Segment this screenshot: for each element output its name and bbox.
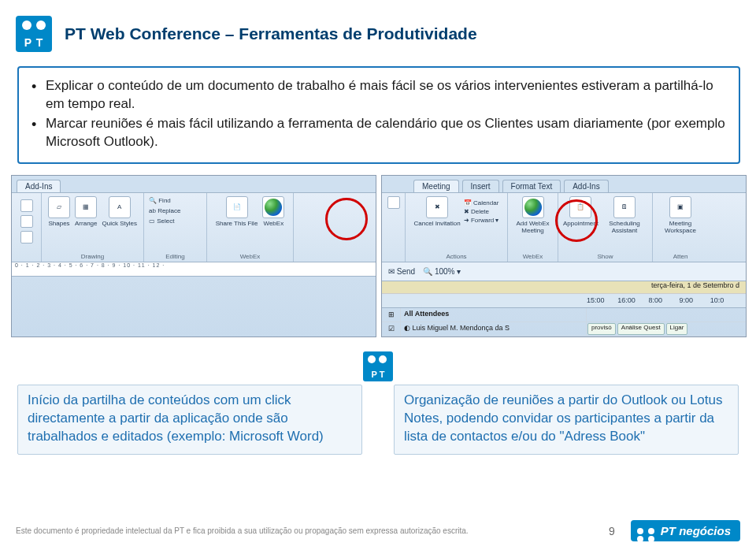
appointment-button: 📋Appointment xyxy=(563,196,598,234)
tab-meeting: Meeting xyxy=(413,180,459,192)
webex-globe-icon xyxy=(262,196,284,218)
select-item: ▭ Select xyxy=(149,217,174,225)
send-button: ✉ Send xyxy=(388,267,415,276)
attendee-row: ☑ ◐ Luis Miguel M. Mendonça da S provisó… xyxy=(382,322,746,336)
quickstyles-icon: A xyxy=(109,196,131,218)
cancel-icon: ✖ xyxy=(426,196,448,218)
cancel-invitation-button: ✖Cancel Invitation xyxy=(414,196,461,227)
webex-button: WebEx xyxy=(262,196,284,227)
pt-negocios-logo: PT negócios xyxy=(631,520,740,541)
quickstyles-button: AQuick Styles xyxy=(102,196,137,227)
webex-globe-icon xyxy=(522,196,544,218)
generic-icon xyxy=(20,231,33,244)
page-title: PT Web Conference – Ferramentas de Produ… xyxy=(65,24,477,43)
info-box: Explicar o conteúdo de um documento de t… xyxy=(17,66,740,164)
group-label: Editing xyxy=(165,253,184,260)
add-webex-button: Add WebEx Meeting xyxy=(513,196,553,234)
group-label: Actions xyxy=(446,253,466,260)
paste-icon xyxy=(387,196,400,209)
group-label: WebEx xyxy=(523,253,543,260)
time-row: 15:00 16:00 8:00 9:00 10:0 xyxy=(382,294,746,308)
chip: Análise Quest xyxy=(617,323,665,335)
send-bar: ✉ Send 🔍 100% ▾ xyxy=(382,262,746,281)
callout-right: Organização de reuniões a partir do Outl… xyxy=(394,385,739,455)
chip: Ligar xyxy=(666,323,688,335)
outlook-ribbon: ✖Cancel Invitation 📅 Calendar ✖ Delete ➜… xyxy=(382,193,746,262)
generic-icon xyxy=(20,199,33,212)
tab-insert: Insert xyxy=(462,180,499,192)
tab-addins: Add-Ins xyxy=(17,180,61,192)
footer-disclaimer: Este documento é propriedade intelectual… xyxy=(16,526,469,535)
shapes-button: ▱Shapes xyxy=(48,196,70,227)
group-label: Show xyxy=(597,253,613,260)
arrange-button: ▦Arrange xyxy=(75,196,97,227)
scheduling-icon: 🗓 xyxy=(613,196,636,218)
delete-item: ✖ Delete xyxy=(464,208,499,215)
shapes-icon: ▱ xyxy=(48,196,70,218)
info-bullet: Explicar o conteúdo de um documento de t… xyxy=(32,77,726,113)
appointment-icon: 📋 xyxy=(569,196,591,218)
pt-mini-logo-icon xyxy=(363,351,393,381)
footer: Este documento é propriedade intelectual… xyxy=(16,520,740,541)
group-label: Drawing xyxy=(81,253,104,260)
outlook-tabs: Meeting Insert Format Text Add-Ins xyxy=(382,176,746,193)
tab-addins: Add-Ins xyxy=(564,180,608,192)
group-label: WebEx xyxy=(240,253,261,260)
all-attendees-row: ⊞ All Attendees xyxy=(382,308,746,322)
replace-item: ab Replace xyxy=(149,206,180,215)
word-ruler: 0 · 1 · 2 · 3 · 4 · 5 · 6 · 7 · 8 · 9 · … xyxy=(12,262,376,277)
find-item: 🔍 Find xyxy=(149,196,171,205)
pt-logo-icon xyxy=(16,16,52,52)
arrange-icon: ▦ xyxy=(75,196,97,218)
word-ribbon: ▱Shapes ▦Arrange AQuick Styles Drawing 🔍… xyxy=(12,193,376,262)
tab-formattext: Format Text xyxy=(502,180,561,192)
add-attendee-row: Click here to add a name xyxy=(382,336,746,337)
outlook-screenshot: Meeting Insert Format Text Add-Ins ✖Canc… xyxy=(381,175,747,337)
word-tabs: Add-Ins xyxy=(12,176,376,193)
workspace-button: ▣Meeting Workspace xyxy=(658,196,703,234)
share-file-button: 📄Share This File xyxy=(216,196,258,227)
date-row: terça-feira, 1 de Setembro d xyxy=(382,281,746,294)
chip: provisó xyxy=(587,323,616,335)
page-number: 9 xyxy=(609,525,615,537)
info-bullet: Marcar reuniões é mais fácil utilizando … xyxy=(32,115,726,151)
share-icon: 📄 xyxy=(226,196,248,218)
forward-item: ➜ Forward ▾ xyxy=(464,217,499,224)
zoom-dropdown: 🔍 100% ▾ xyxy=(423,267,461,276)
scheduling-button: 🗓Scheduling Assistant xyxy=(602,196,647,234)
generic-icon xyxy=(20,215,33,228)
callout-left: Início da partilha de conteúdos com um c… xyxy=(17,385,362,455)
workspace-icon: ▣ xyxy=(669,196,691,218)
word-screenshot: Add-Ins ▱Shapes ▦Arrange AQuick Styles D… xyxy=(11,175,376,337)
group-label: Atten xyxy=(673,253,688,260)
calendar-item: 📅 Calendar xyxy=(464,199,499,206)
